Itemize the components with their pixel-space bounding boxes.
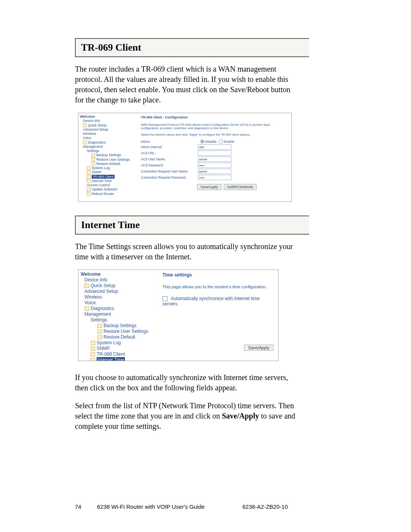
nav-item[interactable]: Settings <box>80 149 137 153</box>
page-number: 74 <box>75 503 97 510</box>
panel-para1: WAN Management Protocol (TR-069) allows … <box>141 123 288 130</box>
footer-title: 6238 Wi-Fi Router with VOIP User's Guide <box>97 503 242 510</box>
nav-item[interactable]: Reboot Router <box>80 192 137 196</box>
nav-item[interactable]: Backup Settings <box>81 323 159 329</box>
field-label: Connection Request User Name: <box>141 169 198 173</box>
field-label: ACS Password: <box>141 163 198 167</box>
nav-item[interactable]: Restore User Settings <box>80 158 137 162</box>
nav-item[interactable]: Advanced Setup <box>80 128 137 132</box>
nav-item[interactable]: Settings <box>81 317 159 323</box>
auto-sync-label: Automatically synchronize with Internet … <box>162 296 260 307</box>
heading-internet-time: Internet Time <box>75 216 309 235</box>
radio-enable[interactable] <box>219 139 223 144</box>
nav-item[interactable]: Management <box>81 312 159 317</box>
save-apply-button-2[interactable]: Save/Apply <box>244 345 274 351</box>
nav-welcome-2: Welcome <box>81 272 159 277</box>
nav-tree-2: Welcome Device InfoQuick SetupAdvanced S… <box>78 270 159 361</box>
panel-para2: Select the desired values and click "App… <box>141 133 288 136</box>
save-apply-button[interactable]: Save/Apply <box>197 184 221 190</box>
nav-item[interactable]: Internet Time <box>80 179 137 183</box>
page-footer: 74 6238 Wi-Fi Router with VOIP User's Gu… <box>75 503 303 510</box>
field-input[interactable] <box>198 144 231 150</box>
panel-title: TR-069 client - Configuration <box>141 115 288 119</box>
heading-tr069: TR-069 Client <box>75 38 309 57</box>
screenshot-tr069: Welcome Device InfoQuick SetupAdvanced S… <box>78 113 292 202</box>
para-time-2: If you choose to automatically synchroni… <box>75 372 299 393</box>
para-time-1: The Time Settings screen allows you to a… <box>75 241 299 262</box>
field-input[interactable] <box>198 163 231 168</box>
nav-item[interactable]: Update Software <box>80 187 137 192</box>
nav-item[interactable]: Internet Time <box>81 357 159 361</box>
getrpcmethods-button[interactable]: GetRPCMethods <box>224 184 256 190</box>
nav-item[interactable]: Quick Setup <box>80 123 137 128</box>
nav-item[interactable]: System Log <box>80 166 137 170</box>
nav-item[interactable]: Restore Default <box>81 334 159 340</box>
nav-item[interactable]: Wireless <box>81 294 159 300</box>
nav-welcome: Welcome <box>80 115 137 119</box>
nav-item[interactable]: Access Control <box>80 183 137 187</box>
nav-item[interactable]: TR-069 Client <box>80 175 137 179</box>
field-input[interactable] <box>198 150 231 156</box>
panel-time-title: Time settings <box>162 272 275 278</box>
inform-label: Inform <box>141 140 198 144</box>
nav-item[interactable]: Quick Setup <box>81 283 159 289</box>
radio-disable-label: Disable <box>205 140 217 144</box>
nav-item[interactable]: Management <box>80 145 137 149</box>
nav-item[interactable]: Wireless <box>80 132 137 136</box>
screenshot-internet-time: Welcome Device InfoQuick SetupAdvanced S… <box>78 270 279 361</box>
nav-item[interactable]: SNMP <box>80 170 137 174</box>
panel-time-para: This page allows you to the modem's time… <box>162 284 275 289</box>
field-label: ACS User Name: <box>141 157 198 161</box>
radio-disable[interactable] <box>200 139 204 144</box>
footer-code: 6238-A2-ZB20-10 <box>242 503 303 510</box>
field-label: ACS URL: <box>141 151 198 155</box>
nav-item[interactable]: Voice <box>81 300 159 306</box>
field-label: Inform Interval: <box>141 145 198 149</box>
nav-item[interactable]: Restore Default <box>80 162 137 166</box>
panel-time: Time settings This page allows you to th… <box>159 270 278 361</box>
nav-item[interactable]: Diagnostics <box>80 141 137 145</box>
nav-item[interactable]: Restore User Settings <box>81 329 159 334</box>
nav-item[interactable]: SNMP <box>81 346 159 351</box>
nav-item[interactable]: Device Info <box>81 277 159 283</box>
nav-item[interactable]: TR-069 Client <box>81 351 159 357</box>
panel-tr069: TR-069 client - Configuration WAN Manage… <box>138 113 292 201</box>
nav-item[interactable]: System Log <box>81 340 159 346</box>
nav-item[interactable]: Diagnostics <box>81 306 159 312</box>
auto-sync-checkbox[interactable] <box>162 296 167 301</box>
nav-item[interactable]: Advanced Setup <box>81 289 159 294</box>
field-label: Connection Request Password: <box>141 176 198 179</box>
nav-tree-1: Welcome Device InfoQuick SetupAdvanced S… <box>78 113 138 201</box>
para-tr069: The router includes a TR-069 client whic… <box>75 64 299 105</box>
field-input[interactable] <box>198 169 231 174</box>
field-input[interactable] <box>198 175 231 180</box>
nav-item[interactable]: Voice <box>80 136 137 140</box>
nav-item[interactable]: Backup Settings <box>80 153 137 157</box>
radio-enable-label: Enable <box>224 140 234 144</box>
field-input[interactable] <box>198 157 231 162</box>
para-time-3: Select from the list of NTP (Network Tim… <box>75 401 299 431</box>
nav-item[interactable]: Device Info <box>80 119 137 123</box>
